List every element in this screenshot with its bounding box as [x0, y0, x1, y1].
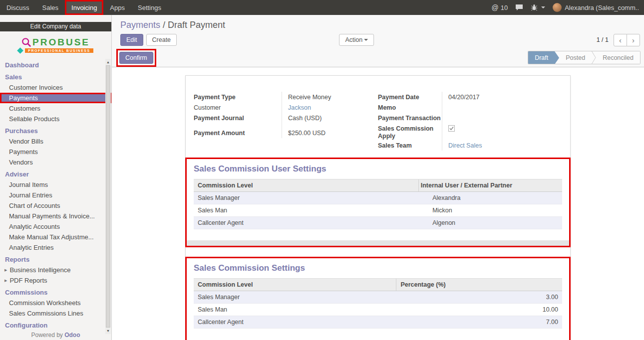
odoo-link[interactable]: Odoo	[64, 332, 80, 339]
create-button[interactable]: Create	[146, 34, 177, 46]
user-settings-table: Commission LevelInternal User / External…	[194, 179, 562, 229]
pager-next-button[interactable]: ›	[627, 34, 640, 46]
expand-icon[interactable]: ▶	[4, 279, 7, 283]
sidebar-item-sellable-products[interactable]: Sellable Products	[0, 114, 111, 124]
sidebar-item-sales-commissions-lines[interactable]: Sales Commissions Lines	[0, 308, 111, 319]
table-header-row: Commission LevelPercentage (%)	[194, 279, 562, 291]
sidebar-item-label: PDF Reports	[9, 277, 47, 284]
sidebar-section-commissions[interactable]: Commissions	[0, 286, 111, 298]
table-row-sales-man[interactable]: Sales Man10.00	[194, 304, 562, 316]
field-value-payment-amount: $250.00 USD	[282, 128, 378, 138]
checkbox-checked-icon[interactable]	[448, 125, 455, 132]
column-header-commission-level[interactable]: Commission Level	[194, 279, 396, 291]
edit-button[interactable]: Edit	[120, 34, 143, 46]
scrollbar-thumb[interactable]	[106, 65, 110, 328]
sidebar-item-vendors[interactable]: Vendors	[0, 157, 111, 168]
sidebar-item-customer-invoices[interactable]: Customer Invoices	[0, 82, 111, 93]
table-row-callcenter-agent[interactable]: Callcenter Agent7.00	[194, 316, 562, 329]
section-commission-settings: Sales Commission Settings Commission Lev…	[185, 257, 571, 340]
sidebar-item-label: Journal Entries	[9, 191, 52, 199]
sidebar-section-adviser[interactable]: Adviser	[0, 168, 111, 179]
field-value-payment-date: 04/20/2017	[442, 92, 562, 102]
sidebar-section-configuration[interactable]: Configuration	[0, 319, 111, 331]
sidebar-item-business-intelligence[interactable]: ▶Business Intelligence	[0, 265, 111, 275]
table-cell: Alexandra	[418, 192, 562, 204]
field-value-sales-commission-apply[interactable]	[442, 123, 562, 140]
sidebar-item-label: Customers	[9, 105, 40, 112]
column-header-commission-level[interactable]: Commission Level	[194, 179, 418, 192]
sidebar-section-purchases[interactable]: Purchases	[0, 124, 111, 136]
sidebar-item-pdf-reports[interactable]: ▶PDF Reports	[0, 275, 111, 286]
menu-sales[interactable]: Sales	[36, 0, 65, 15]
column-header-percentage[interactable]: Percentage (%)	[396, 279, 562, 291]
chevron-down-icon	[364, 39, 368, 43]
company-logo: PROBUSE PROFESSIONAL BUSINESS	[0, 31, 111, 58]
field-row-sales-team: Sales TeamDirect Sales	[378, 140, 562, 151]
sidebar-menu: DashboardSalesCustomer InvoicesPaymentsC…	[0, 58, 111, 331]
sidebar-item-commission-worksheets[interactable]: Commission Worksheets	[0, 298, 111, 308]
field-label-memo: Memo	[378, 102, 442, 113]
field-row-payment-date: Payment Date04/20/2017	[378, 92, 562, 102]
menu-invoicing[interactable]: Invoicing	[65, 0, 103, 15]
action-dropdown[interactable]: Action	[339, 34, 374, 46]
layout: Edit Company data PROBUSE PROFESSIONAL B…	[0, 15, 644, 340]
breadcrumb-payments[interactable]: Payments	[120, 20, 160, 30]
sidebar-item-analytic-entries[interactable]: Analytic Entries	[0, 242, 111, 253]
table-row-sales-manager[interactable]: Sales ManagerAlexandra	[194, 192, 562, 204]
table-row-sales-man[interactable]: Sales ManMickon	[194, 204, 562, 217]
field-link-customer[interactable]: Jackson	[288, 104, 311, 111]
pager: 1 / 1 ‹ ›	[597, 34, 640, 46]
bug-icon	[531, 4, 538, 11]
status-arrow-icon	[555, 51, 559, 64]
status-arrow-icon	[592, 51, 596, 64]
sidebar-section-sales[interactable]: Sales	[0, 70, 111, 82]
table-row-sales-manager[interactable]: Sales Manager3.00	[194, 291, 562, 304]
field-link-sales-team[interactable]: Direct Sales	[448, 142, 482, 149]
magnifier-icon	[21, 37, 31, 47]
status-reconciled[interactable]: Reconciled	[596, 51, 640, 64]
debug-menu[interactable]	[531, 4, 545, 11]
sidebar-item-vendor-bills[interactable]: Vendor Bills	[0, 136, 111, 147]
sidebar-item-chart-of-accounts[interactable]: Chart of Accounts	[0, 200, 111, 211]
scroll-up-icon[interactable]: ▲	[106, 59, 110, 65]
table-cell: Sales Manager	[194, 192, 418, 204]
sidebar-item-make-manual-tax-adjustme[interactable]: Make Manual Tax Adjustme...	[0, 232, 111, 242]
menu-discuss[interactable]: Discuss	[0, 0, 36, 15]
sidebar-item-manual-payments-invoice[interactable]: Manual Payments & Invoice...	[0, 211, 111, 221]
field-label-payment-type: Payment Type	[194, 92, 282, 102]
sidebar-scrollbar[interactable]: ▲ ▼	[105, 59, 111, 334]
column-header-internal-user-external-partner[interactable]: Internal User / External Partner	[418, 179, 562, 192]
sidebar-item-journal-items[interactable]: Journal Items	[0, 179, 111, 190]
sidebar-item-customers[interactable]: Customers	[0, 103, 111, 114]
sidebar-item-label: Vendor Bills	[9, 138, 43, 145]
table-row-callcenter-agent[interactable]: Callcenter AgentAlgenon	[194, 217, 562, 229]
field-value-payment-transaction	[442, 113, 562, 123]
sidebar-item-journal-entries[interactable]: Journal Entries	[0, 190, 111, 200]
status-draft[interactable]: Draft	[528, 51, 555, 64]
field-value-sales-team: Direct Sales	[442, 140, 562, 151]
sidebar-item-label: Customer Invoices	[9, 84, 63, 91]
sidebar-section-reports[interactable]: Reports	[0, 253, 111, 265]
scroll-down-icon[interactable]: ▼	[106, 328, 110, 334]
sidebar-item-payments[interactable]: Payments	[0, 93, 111, 103]
form-column-left: Payment TypeReceive MoneyCustomerJackson…	[194, 92, 378, 151]
sidebar-item-label: Business Intelligence	[9, 266, 70, 274]
sidebar-item-payments[interactable]: Payments	[0, 147, 111, 157]
messages-icon[interactable]	[515, 4, 523, 11]
sidebar-section-dashboard[interactable]: Dashboard	[0, 58, 111, 70]
pager-previous-button[interactable]: ‹	[614, 34, 627, 46]
menu-apps[interactable]: Apps	[103, 0, 131, 15]
table-cell: 10.00	[396, 304, 562, 316]
edit-company-button[interactable]: Edit Company data	[0, 22, 111, 31]
sidebar-item-analytic-accounts[interactable]: Analytic Accounts	[0, 221, 111, 232]
confirm-button[interactable]: Confirm	[119, 52, 153, 64]
user-menu[interactable]: Alexandra (Sales_comm..	[553, 3, 639, 12]
mention-counter[interactable]: @ 10	[491, 3, 508, 11]
table-cell: Algenon	[418, 217, 562, 229]
status-posted[interactable]: Posted	[559, 51, 592, 64]
table-cell: Sales Manager	[194, 291, 396, 304]
expand-icon[interactable]: ▶	[4, 268, 7, 272]
menu-settings[interactable]: Settings	[131, 0, 168, 15]
breadcrumb: Payments / Draft Payment	[112, 15, 644, 31]
sidebar-item-label: Payments	[9, 94, 38, 102]
